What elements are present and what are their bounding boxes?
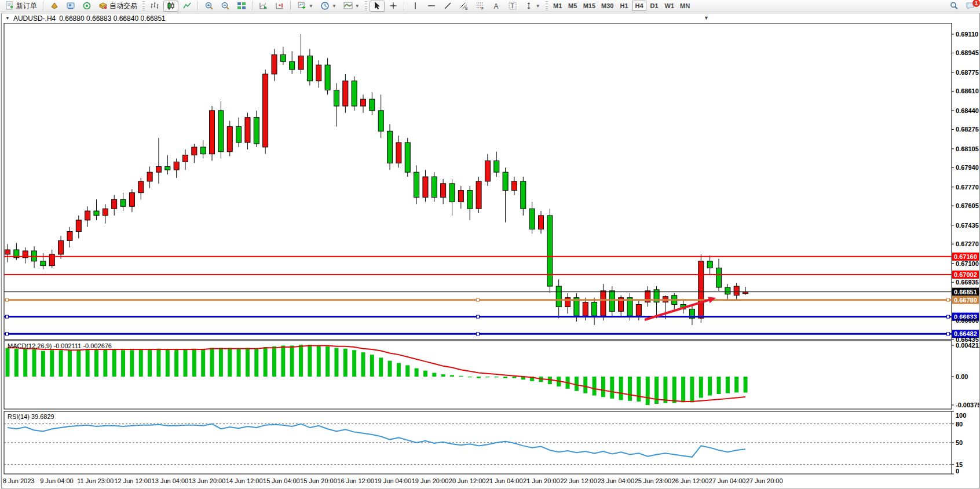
candlestick-chart-button[interactable] xyxy=(163,1,178,12)
candlestick[interactable] xyxy=(378,111,383,131)
candlestick[interactable] xyxy=(511,181,517,191)
candlestick[interactable] xyxy=(547,216,553,286)
candlestick[interactable] xyxy=(236,126,242,143)
candlestick[interactable] xyxy=(476,181,481,209)
candlestick[interactable] xyxy=(387,131,393,163)
search-button[interactable] xyxy=(946,1,961,12)
chart-shift-marker[interactable]: ▼ xyxy=(704,15,709,21)
tile-windows-button[interactable] xyxy=(234,1,249,12)
candlestick[interactable] xyxy=(147,172,152,181)
chart-shift-button[interactable] xyxy=(272,1,287,12)
timeframe-m5[interactable]: M5 xyxy=(566,1,580,11)
candlestick[interactable] xyxy=(76,220,81,232)
line-handle[interactable] xyxy=(947,315,950,318)
candlestick[interactable] xyxy=(396,143,401,163)
timeframe-m1[interactable]: M1 xyxy=(551,1,565,11)
candlestick[interactable] xyxy=(120,199,126,206)
candlestick[interactable] xyxy=(405,143,410,172)
arrows-dropdown[interactable]: ▼ xyxy=(521,1,543,12)
candlestick[interactable] xyxy=(485,161,490,181)
candlestick[interactable] xyxy=(414,172,419,197)
toolbar-grip[interactable] xyxy=(142,1,145,10)
candlestick[interactable] xyxy=(458,191,463,202)
candlestick[interactable] xyxy=(245,118,250,143)
candlestick[interactable] xyxy=(138,181,144,193)
candlestick[interactable] xyxy=(583,302,588,316)
candlestick[interactable] xyxy=(707,261,712,268)
toolbar-grip[interactable] xyxy=(546,1,548,10)
candlestick[interactable] xyxy=(725,287,730,294)
candlestick[interactable] xyxy=(334,90,339,106)
chart-dropdown-icon[interactable]: ▼ xyxy=(5,16,10,21)
notifications-button[interactable]: 1 xyxy=(963,1,978,12)
line-handle[interactable] xyxy=(947,333,950,335)
candlestick[interactable] xyxy=(67,232,72,241)
candlestick[interactable] xyxy=(521,181,526,209)
candlestick[interactable] xyxy=(432,177,437,197)
horizontal-line-button[interactable] xyxy=(424,1,439,12)
candlestick[interactable] xyxy=(58,240,64,254)
candlestick[interactable] xyxy=(227,126,232,151)
candlestick[interactable] xyxy=(165,166,170,170)
candlestick[interactable] xyxy=(441,184,446,198)
candlestick[interactable] xyxy=(734,286,739,295)
candlestick[interactable] xyxy=(316,65,321,81)
candlestick[interactable] xyxy=(5,250,10,254)
timeframe-d1[interactable]: D1 xyxy=(648,1,661,11)
candlestick[interactable] xyxy=(699,261,704,318)
candlestick[interactable] xyxy=(298,56,303,70)
line-handle[interactable] xyxy=(477,333,480,335)
zoom-out-button[interactable] xyxy=(218,1,233,12)
line-handle[interactable] xyxy=(6,298,9,301)
candlestick[interactable] xyxy=(156,166,161,172)
candlestick[interactable] xyxy=(325,65,330,90)
auto-trading-button[interactable]: 自动交易 xyxy=(96,1,140,12)
signals-button[interactable] xyxy=(79,1,94,12)
candlestick[interactable] xyxy=(94,211,99,216)
candlestick[interactable] xyxy=(272,54,277,74)
timeframe-m15[interactable]: M15 xyxy=(581,1,598,11)
candlestick[interactable] xyxy=(290,61,295,70)
line-handle[interactable] xyxy=(947,298,950,301)
candlestick[interactable] xyxy=(352,81,357,106)
candlestick[interactable] xyxy=(183,155,188,162)
zoom-in-button[interactable] xyxy=(202,1,217,12)
candlestick[interactable] xyxy=(307,56,312,81)
fibonacci-button[interactable]: F xyxy=(473,1,488,12)
indicators-dropdown[interactable]: ▼ xyxy=(341,1,363,12)
candlestick[interactable] xyxy=(129,193,134,207)
candlestick[interactable] xyxy=(218,111,224,152)
candlestick[interactable] xyxy=(556,286,561,306)
candlestick[interactable] xyxy=(494,161,499,173)
candlestick[interactable] xyxy=(636,305,641,316)
timeframe-m30[interactable]: M30 xyxy=(599,1,616,11)
periods-dropdown[interactable]: ▼ xyxy=(317,1,339,12)
candlestick[interactable] xyxy=(361,99,366,106)
line-handle[interactable] xyxy=(477,298,480,301)
metaeditor-button[interactable] xyxy=(47,1,62,12)
candlestick[interactable] xyxy=(200,147,206,154)
candlestick[interactable] xyxy=(174,162,179,170)
candlestick[interactable] xyxy=(41,261,46,266)
candlestick[interactable] xyxy=(112,199,117,209)
timeframe-mn[interactable]: MN xyxy=(678,1,692,11)
text-label-button[interactable]: T xyxy=(505,1,520,12)
text-button[interactable]: A xyxy=(489,1,504,12)
candlestick[interactable] xyxy=(716,268,722,287)
chart-canvas[interactable]: 0.671600.670020.668510.667800.666330.664… xyxy=(2,23,979,488)
toolbar-grip[interactable] xyxy=(365,1,367,10)
candlestick[interactable] xyxy=(263,74,268,147)
candlestick[interactable] xyxy=(539,216,544,229)
crosshair-button[interactable] xyxy=(386,1,401,12)
new-chart-dropdown[interactable]: ▼ xyxy=(294,1,316,12)
editor-button[interactable] xyxy=(63,1,78,12)
line-handle[interactable] xyxy=(6,333,9,335)
candlestick[interactable] xyxy=(85,211,90,220)
candlestick[interactable] xyxy=(210,111,215,154)
timeframe-w1[interactable]: W1 xyxy=(663,1,677,11)
candlestick[interactable] xyxy=(280,54,286,61)
candlestick[interactable] xyxy=(565,298,571,307)
new-order-button[interactable]: 新订单 xyxy=(2,1,40,12)
bar-chart-button[interactable] xyxy=(147,1,162,12)
candlestick[interactable] xyxy=(467,191,473,209)
